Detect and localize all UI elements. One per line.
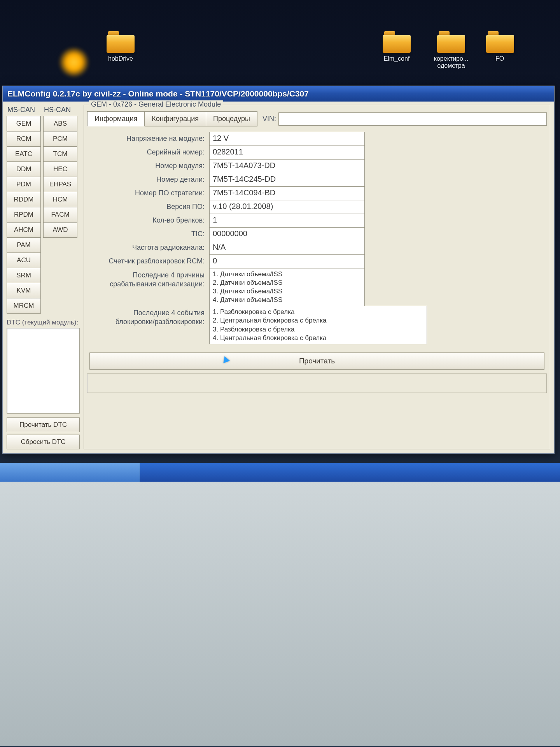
tab-procedures[interactable]: Процедуры: [206, 111, 257, 126]
value-firmware: v.10 (28.01.2008): [209, 200, 365, 214]
panel-legend: GEM - 0x726 - General Electronic Module: [89, 100, 223, 109]
module-button-hcm[interactable]: HCM: [43, 192, 77, 207]
vin-label: VIN:: [262, 115, 276, 123]
module-button-rddm[interactable]: RDDM: [7, 192, 41, 207]
mscan-column: MS-CAN GEM RCM EATC DDM PDM RDDM RPDM AH…: [7, 105, 41, 313]
desktop: hobDrive Elm_conf коректиро... одометра …: [0, 0, 560, 86]
tab-bar: Информация Конфигурация Процедуры VIN:: [87, 111, 547, 126]
module-button-pdm[interactable]: PDM: [7, 177, 41, 192]
read-dtc-button[interactable]: Прочитать DTC: [7, 417, 80, 432]
label-voltage: Напряжение на модуле:: [89, 132, 205, 146]
mscan-header: MS-CAN: [7, 105, 41, 116]
left-panel: MS-CAN GEM RCM EATC DDM PDM RDDM RPDM AH…: [7, 105, 80, 449]
offscreen-surface: [0, 482, 560, 746]
folder-icon: [383, 31, 411, 53]
value-strategy: 7M5T-14C094-BD: [209, 186, 365, 200]
value-fob-count: 1: [209, 214, 365, 228]
desktop-icon-label: FO: [486, 55, 513, 62]
status-bar: [87, 374, 547, 393]
read-button-label: Прочитать: [299, 357, 335, 365]
module-button-ehpas[interactable]: EHPAS: [43, 177, 77, 192]
module-button-mrcm[interactable]: MRCM: [7, 298, 41, 314]
module-columns: MS-CAN GEM RCM EATC DDM PDM RDDM RPDM AH…: [7, 105, 80, 313]
module-button-abs[interactable]: ABS: [43, 116, 77, 132]
module-button-srm[interactable]: SRM: [7, 268, 41, 283]
desktop-icon-label: hobDrive: [97, 55, 144, 62]
window-titlebar[interactable]: ELMConfig 0.2.17c by civil-zz - Online m…: [3, 86, 554, 102]
label-firmware: Версия ПО:: [89, 200, 205, 214]
module-button-gem[interactable]: GEM: [7, 116, 41, 132]
module-button-tcm[interactable]: TCM: [43, 146, 77, 162]
vin-input[interactable]: [278, 112, 547, 126]
module-button-eatc[interactable]: EATC: [7, 146, 41, 162]
cursor-arrow-icon: [221, 355, 230, 363]
light-glare: [58, 47, 89, 78]
module-button-rpdm[interactable]: RPDM: [7, 207, 41, 223]
label-fob-count: Кол-во брелков:: [89, 214, 205, 227]
tab-information[interactable]: Информация: [87, 111, 145, 126]
desktop-folder-elmconf[interactable]: Elm_conf: [373, 31, 420, 62]
dtc-section: DTC (текущий модуль): Прочитать DTC Сбро…: [7, 319, 80, 449]
label-module-number: Номер модуля:: [89, 159, 205, 173]
label-strategy: Номер ПО стратегии:: [89, 186, 205, 200]
value-radio-freq: N/A: [209, 241, 365, 255]
value-serial: 0282011: [209, 146, 365, 160]
label-lock-events: Последние 4 события блокировки/разблокир…: [89, 306, 205, 329]
clear-dtc-button[interactable]: Сбросить DTC: [7, 435, 80, 449]
module-button-rcm[interactable]: RCM: [7, 131, 41, 147]
label-radio-freq: Частота радиоканала:: [89, 241, 205, 254]
module-button-ddm[interactable]: DDM: [7, 161, 41, 177]
read-button[interactable]: Прочитать: [89, 352, 544, 370]
value-part-number: 7M5T-14C245-DD: [209, 173, 365, 187]
value-module-number: 7M5T-14A073-DD: [209, 159, 365, 173]
label-tic: TIC:: [89, 227, 205, 241]
label-alarm-reasons: Последние 4 причины срабатывания сигнали…: [89, 268, 205, 291]
taskbar[interactable]: [0, 463, 560, 482]
desktop-folder-hobdrive[interactable]: hobDrive: [97, 31, 144, 62]
hscan-header: HS-CAN: [43, 105, 77, 116]
window-body: MS-CAN GEM RCM EATC DDM PDM RDDM RPDM AH…: [3, 102, 554, 453]
module-button-acu[interactable]: ACU: [7, 253, 41, 268]
value-voltage: 12 V: [209, 132, 365, 146]
hscan-column: HS-CAN ABS PCM TCM HEC EHPAS HCM FACM AW…: [43, 105, 77, 313]
label-rcm-unlock: Счетчик разблокировок RCM:: [89, 254, 205, 268]
main-panel: GEM - 0x726 - General Electronic Module …: [84, 105, 550, 449]
module-button-kvm[interactable]: KVM: [7, 283, 41, 298]
value-alarm-reasons: 1. Датчики объема/ISS 2. Датчики объема/…: [209, 268, 365, 306]
app-window: ELMConfig 0.2.17c by civil-zz - Online m…: [2, 86, 555, 454]
folder-icon: [486, 31, 514, 53]
vin-field-wrap: VIN:: [262, 112, 547, 126]
value-tic: 00000000: [209, 227, 365, 241]
value-lock-events: 1. Разблокировка с брелка 2. Центральная…: [209, 306, 427, 344]
module-button-pam[interactable]: PAM: [7, 237, 41, 253]
dtc-listbox[interactable]: [7, 328, 80, 414]
info-grid: Напряжение на модуле: 12 V Серийный номе…: [89, 132, 547, 344]
taskbar-app-button[interactable]: [0, 463, 140, 482]
dtc-label: DTC (текущий модуль):: [7, 319, 80, 326]
label-serial: Серийный номер:: [89, 146, 205, 159]
module-button-ahcm[interactable]: AHCM: [7, 222, 41, 238]
module-button-hec[interactable]: HEC: [43, 161, 77, 177]
module-button-awd[interactable]: AWD: [43, 222, 77, 238]
folder-icon: [107, 31, 135, 53]
desktop-icon-label: коректиро... одометра: [428, 55, 474, 69]
folder-icon: [437, 31, 465, 53]
value-rcm-unlock: 0: [209, 254, 365, 268]
tab-configuration[interactable]: Конфигурация: [144, 111, 206, 126]
desktop-folder-odometer[interactable]: коректиро... одометра: [428, 31, 474, 69]
module-button-facm[interactable]: FACM: [43, 207, 77, 223]
desktop-icon-label: Elm_conf: [373, 55, 420, 62]
label-part-number: Номер детали:: [89, 173, 205, 186]
window-title: ELMConfig 0.2.17c by civil-zz - Online m…: [7, 89, 309, 98]
desktop-folder-fo[interactable]: FO: [486, 31, 513, 62]
module-button-pcm[interactable]: PCM: [43, 131, 77, 147]
